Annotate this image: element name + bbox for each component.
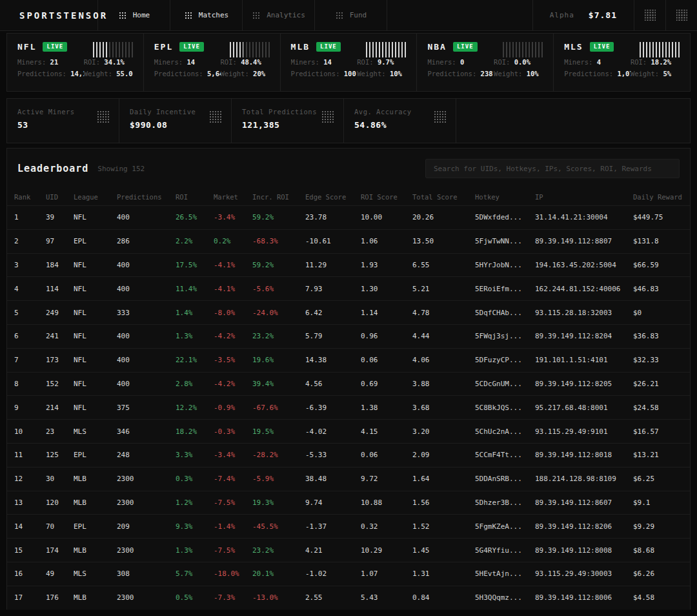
live-badge: LIVE <box>43 42 67 52</box>
cell-edge-score: -10.61 <box>305 237 361 245</box>
cell-edge-score: 38.48 <box>305 475 361 483</box>
table-row[interactable]: 13 120 MLB 2300 1.2% -7.5% 19.3% 9.74 10… <box>7 491 690 515</box>
cell-ip: 89.39.149.112:8204 <box>535 332 633 340</box>
table-header-row: Rank UID League Predictions ROI Market I… <box>7 188 690 205</box>
cell-roi: 22.1% <box>176 356 214 364</box>
cell-roi: 1.2% <box>176 498 214 507</box>
search-input[interactable] <box>425 159 680 178</box>
stat-card: Total Predictions 121,385 <box>232 99 344 143</box>
nav-item[interactable]: Home <box>98 0 170 30</box>
cell-hotkey: 5ERoiEfm... <box>475 285 535 293</box>
table-row[interactable]: 8 152 NFL 400 2.8% -4.2% 39.4% 4.56 0.69… <box>7 372 690 396</box>
cell-market: -4.2% <box>214 332 252 340</box>
cell-total-score: 3.20 <box>412 427 475 436</box>
cell-ip: 188.214.128.98:8109 <box>535 475 633 483</box>
table-row[interactable]: 1 39 NFL 400 26.5% -3.4% 59.2% 23.78 10.… <box>7 205 690 229</box>
alpha-label: Alpha <box>550 11 574 19</box>
league-card: EPL LIVE Miners: 14 ROI: 48.4% Predictio… <box>144 34 281 91</box>
cell-roi: 17.5% <box>176 261 214 269</box>
cell-league: NFL <box>74 380 117 388</box>
miners-stat: Miners: 0 <box>427 58 494 66</box>
cell-hotkey: 5DWxfded... <box>475 213 535 221</box>
cell-daily-reward: $26.21 <box>633 380 691 388</box>
cell-incr-roi: 59.2% <box>252 213 305 221</box>
table-row[interactable]: 14 70 EPL 209 9.3% -1.4% -45.5% -1.37 0.… <box>7 514 690 538</box>
table-row[interactable]: 10 23 MLS 346 18.2% -0.3% 19.5% -4.02 4.… <box>7 419 690 443</box>
activity-barcode <box>640 42 680 57</box>
cell-daily-reward: $13.21 <box>633 451 691 459</box>
table-row[interactable]: 3 184 NFL 400 17.5% -4.1% 59.2% 11.29 1.… <box>7 253 690 277</box>
cell-roi-score: 10.88 <box>361 498 412 507</box>
cell-total-score: 6.55 <box>412 261 475 269</box>
cell-rank: 2 <box>14 237 46 245</box>
cell-uid: 241 <box>46 332 74 340</box>
topbar-spacer <box>387 0 532 30</box>
leaderboard-count: Showing 152 <box>97 165 145 173</box>
cell-rank: 13 <box>14 498 46 507</box>
cell-total-score: 1.31 <box>412 570 475 578</box>
cell-market: -4.1% <box>214 285 252 293</box>
cell-roi: 9.3% <box>176 522 214 531</box>
cell-hotkey: 5FgmKZeA... <box>475 522 535 531</box>
cell-predictions: 346 <box>117 427 176 436</box>
roi-stat: ROI: 9.7% <box>357 58 406 66</box>
dot-grid-icon <box>335 11 344 20</box>
cell-league: EPL <box>74 451 117 459</box>
table-row[interactable]: 2 97 EPL 286 2.2% 0.2% -68.3% -10.61 1.0… <box>7 229 690 253</box>
table-row[interactable]: 6 241 NFL 400 1.3% -4.2% 23.2% 5.79 0.96… <box>7 324 690 348</box>
cell-daily-reward: $16.57 <box>633 427 691 436</box>
cell-edge-score: 4.21 <box>305 546 361 555</box>
table-row[interactable]: 4 114 NFL 400 11.4% -4.1% -5.6% 7.93 1.3… <box>7 276 690 300</box>
cell-rank: 9 <box>14 404 46 412</box>
cell-market: -3.5% <box>214 356 252 364</box>
cell-ip: 89.39.149.112:8206 <box>535 522 633 531</box>
cell-roi-score: 1.14 <box>361 309 412 317</box>
miners-stat: Miners: 21 <box>17 58 84 66</box>
cell-market: -8.0% <box>214 309 252 317</box>
table-row[interactable]: 12 30 MLB 2300 0.3% -7.4% -5.9% 38.48 9.… <box>7 467 690 491</box>
live-badge: LIVE <box>179 42 204 52</box>
apps-menu-button[interactable] <box>665 0 697 30</box>
cell-hotkey: 5DqfCHAb... <box>475 309 535 317</box>
table-row[interactable]: 17 176 MLB 2300 0.5% -7.3% -13.0% 2.55 5… <box>7 586 690 610</box>
cell-total-score: 4.78 <box>412 309 475 317</box>
cell-league: MLB <box>74 475 117 483</box>
nav-item[interactable]: Fund <box>315 0 387 30</box>
cell-uid: 152 <box>46 380 74 388</box>
table-row[interactable]: 5 249 NFL 333 1.4% -8.0% -24.0% 6.42 1.1… <box>7 300 690 324</box>
cell-total-score: 1.56 <box>412 498 475 507</box>
roi-stat: ROI: 18.2% <box>631 58 680 66</box>
table-row[interactable]: 11 125 EPL 248 3.3% -3.4% -28.2% -5.33 0… <box>7 443 690 467</box>
cell-roi-score: 0.96 <box>361 332 412 340</box>
table-row[interactable]: 9 214 NFL 375 12.2% -0.9% -67.6% -6.39 1… <box>7 395 690 419</box>
activity-barcode <box>503 42 543 57</box>
cell-roi-score: 10.00 <box>361 213 412 221</box>
cell-ip: 31.14.41.21:30004 <box>535 213 633 221</box>
stat-value: 54.86% <box>354 120 445 130</box>
cell-market: -7.4% <box>214 475 252 483</box>
cell-predictions: 2300 <box>117 498 176 507</box>
table-row[interactable]: 16 49 MLS 308 5.7% -18.0% 20.1% -1.02 1.… <box>7 562 690 586</box>
table-row[interactable]: 7 173 NFL 400 22.1% -3.5% 19.6% 14.38 0.… <box>7 348 690 372</box>
cell-edge-score: 23.78 <box>305 213 361 221</box>
cell-daily-reward: $36.83 <box>633 332 691 340</box>
cell-hotkey: 5FWqj3sj... <box>475 332 535 340</box>
cell-roi: 12.2% <box>176 404 214 412</box>
nav-item[interactable]: Matches <box>170 0 243 30</box>
col-rank: Rank <box>14 193 46 201</box>
nav-item[interactable]: Analytics <box>243 0 315 30</box>
cell-hotkey: 5G4RYfiu... <box>475 546 535 555</box>
grid-menu-button[interactable] <box>634 0 665 30</box>
cell-total-score: 4.06 <box>412 356 475 364</box>
leaderboard-panel: Leaderboard Showing 152 Rank UID League … <box>6 148 691 610</box>
cell-market: -1.4% <box>214 522 252 531</box>
cell-roi-score: 0.69 <box>361 380 412 388</box>
cell-ip: 89.39.149.112:8607 <box>535 498 633 507</box>
cell-predictions: 286 <box>117 237 176 245</box>
cell-uid: 174 <box>46 546 74 555</box>
cell-ip: 89.39.149.112:8018 <box>535 451 633 459</box>
cell-incr-roi: 19.5% <box>252 427 305 436</box>
dot-grid-icon <box>118 11 127 20</box>
table-row[interactable]: 15 174 MLB 2300 1.3% -7.5% 23.2% 4.21 10… <box>7 538 690 562</box>
cell-roi: 1.3% <box>176 332 214 340</box>
